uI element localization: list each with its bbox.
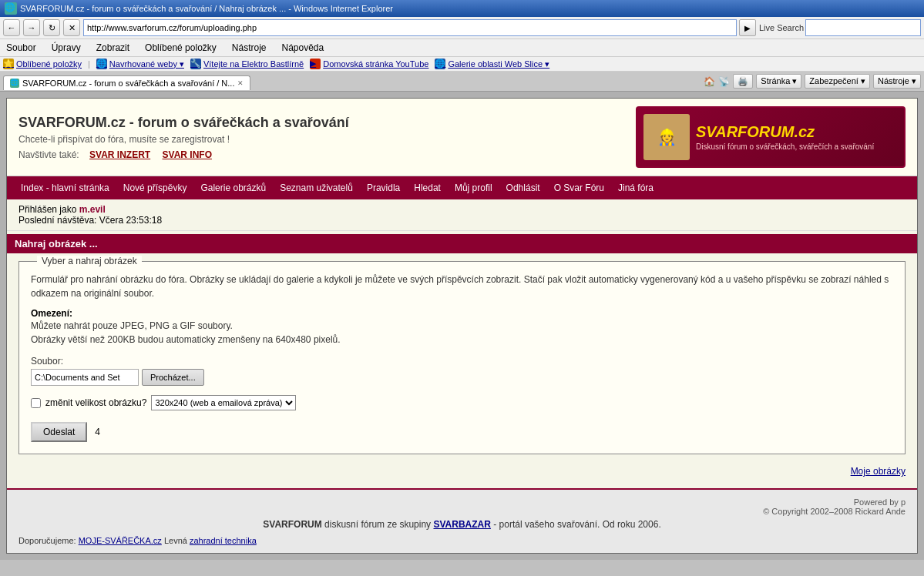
footer: Powered by p © Copyright 2002–2008 Ricka… xyxy=(7,488,917,553)
soubor-label: Soubor: xyxy=(31,356,893,367)
nav-muj-profil[interactable]: Můj profil xyxy=(449,179,499,196)
last-visit-label: Poslední návštěva: xyxy=(18,215,96,226)
ie-icon: 🌐 xyxy=(5,2,17,15)
favorites-bar: ⭐ Oblíbené položky | 🌐 Navrhované weby ▾… xyxy=(0,57,924,72)
search-input[interactable] xyxy=(805,19,921,36)
menu-bar: Soubor Úpravy Zobrazit Oblíbené položky … xyxy=(0,39,924,57)
svar-inzert-link[interactable]: SVAR INZERT xyxy=(89,149,150,160)
tab-close-button[interactable]: ✕ xyxy=(237,79,244,87)
search-label: Live Search xyxy=(759,23,804,32)
home-button[interactable]: 🏠 xyxy=(704,76,715,87)
resize-checkbox[interactable] xyxy=(31,398,41,408)
resize-select[interactable]: 320x240 (web a emailová zpráva)640x480 (… xyxy=(151,395,296,410)
doporucujeme-label: Doporučujeme: xyxy=(18,536,76,545)
banner-subtitle: Diskusní fórum o svářečkách, svářečích a… xyxy=(696,142,874,151)
nav-jina-fora[interactable]: Jiná fóra xyxy=(612,179,660,196)
svar-info-link[interactable]: SVAR INFO xyxy=(163,149,212,160)
menu-upravy[interactable]: Úpravy xyxy=(49,41,84,55)
fav-navrhowane[interactable]: 🌐 Navrhované weby ▾ xyxy=(96,59,184,69)
print-button[interactable]: 🖨️ xyxy=(733,74,753,89)
file-input-area: Procházet... xyxy=(31,369,893,386)
resize-row: změnit velikost obrázku? 320x240 (web a … xyxy=(31,395,893,410)
star-icon: ⭐ xyxy=(3,59,14,69)
section-title: Nahraj obrázek ... xyxy=(7,234,917,253)
footer-powered: Powered by p © Copyright 2002–2008 Ricka… xyxy=(18,497,906,516)
youtube-icon: ▶ xyxy=(310,59,321,69)
last-visit: Včera 23:53:18 xyxy=(99,215,162,226)
fav-webslice[interactable]: 🌐 Galerie oblasti Web Slice ▾ xyxy=(435,59,549,69)
nav-nove[interactable]: Nové příspěvky xyxy=(117,179,193,196)
bastlirna-icon: 🔧 xyxy=(190,59,201,69)
home-icon: 🏠 xyxy=(704,76,715,87)
banner-text: SVARFORUM.cz Diskusní fórum o svářečkách… xyxy=(696,123,874,151)
nav-o-foru[interactable]: O Svar Fóru xyxy=(548,179,610,196)
page-content: SVARFORUM.cz - forum o svářečkách a svař… xyxy=(6,98,918,554)
footer-levna-label: Levná xyxy=(164,536,187,545)
forward-button[interactable]: → xyxy=(23,19,40,36)
menu-nastroje[interactable]: Nástroje xyxy=(229,41,270,55)
feed-button[interactable]: 📡 xyxy=(718,76,730,87)
forum-title: SVARFORUM.cz - forum o svářečkách a svař… xyxy=(18,115,636,131)
menu-zobrazit[interactable]: Zobrazit xyxy=(93,41,133,55)
browse-button[interactable]: Procházet... xyxy=(142,369,204,386)
security-menu-button[interactable]: Zabezpečení ▾ xyxy=(805,74,870,89)
nav-menu: Index - hlavní stránka Nové příspěvky Ga… xyxy=(7,176,917,199)
address-input[interactable] xyxy=(83,19,737,36)
security-label: Zabezpečení ▾ xyxy=(809,76,865,86)
menu-oblibene[interactable]: Oblíbené položky xyxy=(142,41,220,55)
back-button[interactable]: ← xyxy=(3,19,20,36)
forum-title-area: SVARFORUM.cz - forum o svářečkách a svař… xyxy=(18,115,636,160)
forum-banner: 👷 SVARFORUM.cz Diskusní fórum o svářečká… xyxy=(636,106,906,168)
upload-description: Formulář pro nahrání obrázku do fóra. Ob… xyxy=(31,273,893,300)
submit-count: 4 xyxy=(95,427,100,437)
active-tab[interactable]: 🌐 SVARFORUM.cz - forum o svářečkách a sv… xyxy=(3,75,250,90)
forum-header: SVARFORUM.cz - forum o svářečkách a svař… xyxy=(7,99,917,176)
fav-bastlirna[interactable]: 🔧 Vítejte na Elektro Bastlírně xyxy=(190,59,304,69)
feed-icon: 📡 xyxy=(718,76,730,87)
file-path-input[interactable] xyxy=(31,369,139,386)
banner-title: SVARFORUM.cz xyxy=(696,123,874,141)
window-title: SVARFORUM.cz - forum o svářečkách a svař… xyxy=(20,4,393,13)
go-button[interactable]: ▶ xyxy=(739,19,756,36)
tab-label: SVARFORUM.cz - forum o svářečkách a svař… xyxy=(22,79,234,88)
username: m.evil xyxy=(79,204,106,215)
nav-pravidla[interactable]: Pravidla xyxy=(361,179,406,196)
footer-bottom: Doporučujeme: MOJE-SVÁŘEČKA.cz Levná zah… xyxy=(18,536,906,545)
page-label: Stránka ▾ xyxy=(761,76,797,86)
page-menu-button[interactable]: Stránka ▾ xyxy=(756,74,801,89)
tools-menu-button[interactable]: Nástroje ▾ xyxy=(873,74,921,89)
menu-soubor[interactable]: Soubor xyxy=(3,41,39,55)
fav-youtube[interactable]: ▶ Domovská stránka YouTube xyxy=(310,59,428,69)
nav-odhlasit[interactable]: Odhlásit xyxy=(500,179,546,196)
resize-label: změnit velikost obrázku? xyxy=(45,397,146,408)
nav-icon: 🌐 xyxy=(96,59,107,69)
visit-label: Navštivte také: xyxy=(18,149,79,160)
omezeni-title: Omezení: xyxy=(31,308,893,319)
omezeni-line1: Můžete nahrát pouze JPEG, PNG a GIF soub… xyxy=(31,319,893,333)
tab-favicon: 🌐 xyxy=(10,79,19,88)
upload-fieldset: Vyber a nahraj obrázek Formulář pro nahr… xyxy=(18,261,906,454)
moje-svare-link[interactable]: MOJE-SVÁŘEČKA.cz xyxy=(79,536,162,545)
zahradni-link[interactable]: zahradní technika xyxy=(190,536,257,545)
nav-hledat[interactable]: Hledat xyxy=(408,179,447,196)
submit-button[interactable]: Odeslat xyxy=(31,422,87,442)
fieldset-legend: Vyber a nahraj obrázek xyxy=(37,256,142,266)
print-icon: 🖨️ xyxy=(738,76,748,86)
footer-center: SVARFORUM diskusní fórum ze skupiny SVAR… xyxy=(18,519,906,530)
fav-oblibene[interactable]: ⭐ Oblíbené položky xyxy=(3,59,82,69)
address-bar: ▶ xyxy=(83,19,756,36)
refresh-button[interactable]: ↻ xyxy=(43,19,60,36)
stop-button[interactable]: ✕ xyxy=(63,19,80,36)
menu-napoveda[interactable]: Nápověda xyxy=(279,41,328,55)
webslice-icon: 🌐 xyxy=(435,59,445,69)
svarbazar-link[interactable]: SVARBAZAR xyxy=(433,519,490,530)
tab-toolbar: 🏠 📡 🖨️ Stránka ▾ Zabezpečení ▾ Nástroje … xyxy=(704,74,921,91)
nav-index[interactable]: Index - hlavní stránka xyxy=(15,179,116,196)
nav-galerie[interactable]: Galerie obrázků xyxy=(194,179,272,196)
tools-label: Nástroje ▾ xyxy=(878,76,916,86)
title-bar: 🌐 SVARFORUM.cz - forum o svářečkách a sv… xyxy=(0,0,924,17)
nav-seznam[interactable]: Seznam uživatelů xyxy=(274,179,359,196)
user-bar: Přihlášen jako m.evil Poslední návštěva:… xyxy=(7,199,917,231)
moje-link[interactable]: Moje obrázky xyxy=(18,466,906,477)
submit-row: Odeslat 4 xyxy=(31,422,893,442)
